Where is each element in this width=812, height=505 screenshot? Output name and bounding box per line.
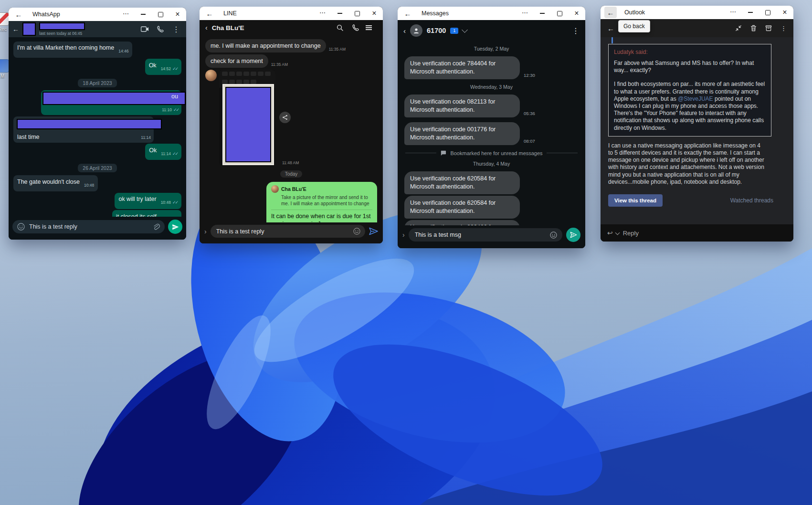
message-input[interactable] — [215, 228, 349, 235]
back-icon[interactable]: ← — [12, 25, 19, 33]
message-time: 12:30 — [524, 73, 535, 78]
date-pill: 18 April 2023 — [78, 79, 116, 87]
message-row: Use verification code 620584 for Microso… — [404, 171, 579, 194]
expand-chevron-icon[interactable]: › — [402, 231, 405, 239]
back-icon[interactable]: ← — [203, 8, 216, 19]
date-separator: Wednesday, 3 May — [398, 84, 585, 90]
send-icon[interactable] — [369, 227, 378, 235]
desktop: Rec M ← WhatsApp ⋯ × ← last seen today a… — [0, 0, 812, 505]
incoming-message: last time11:14 — [13, 116, 154, 143]
quote-paragraph: I find both ecosystems on par... its mor… — [614, 81, 766, 131]
message-text: It can be done when car is due for 1st s… — [271, 212, 372, 222]
menu-icon[interactable] — [366, 25, 377, 30]
kebab-menu-icon[interactable]: ⋮ — [780, 25, 787, 32]
minimize-button[interactable] — [742, 6, 759, 19]
maximize-button[interactable] — [152, 8, 169, 21]
incoming-message: Use verification code 620584 for Microso… — [404, 171, 520, 194]
message-text: ou — [171, 93, 178, 100]
redacted-avatar[interactable] — [22, 22, 36, 36]
outgoing-reply-message: Cha BLu'ETake a picture of the mirror an… — [266, 182, 377, 222]
message-input[interactable] — [414, 231, 546, 239]
chevron-down-icon[interactable] — [615, 230, 620, 235]
send-button[interactable] — [168, 220, 182, 234]
message-row: ou11:10✓✓ — [13, 90, 181, 115]
incoming-message: Use verification code 899466 for Microso… — [404, 220, 520, 225]
share-button[interactable] — [279, 112, 291, 123]
window-menu-button[interactable]: ⋯ — [117, 8, 135, 20]
watched-threads-link[interactable]: Watched threads — [730, 197, 773, 204]
message-input-field[interactable] — [409, 228, 562, 242]
reply-body-text: I can use a native messaging application… — [608, 142, 766, 186]
message-row: Use verification code 620584 for Microso… — [404, 196, 579, 219]
window-menu-button[interactable]: ⋯ — [517, 7, 534, 19]
reply-bar[interactable]: ↩ Reply — [601, 224, 793, 242]
voice-call-icon[interactable] — [154, 26, 167, 32]
back-icon[interactable]: ‹ — [205, 24, 208, 32]
kebab-menu-icon[interactable]: ⋮ — [170, 25, 182, 34]
close-button[interactable]: × — [169, 8, 186, 21]
back-icon[interactable]: ‹ — [403, 27, 406, 35]
minimize-button[interactable] — [534, 7, 551, 20]
user-mention-link[interactable]: @SteveJUAE — [678, 95, 713, 102]
emoji-icon[interactable] — [353, 228, 360, 235]
messages-chat-header: ‹ 61700 1 ⋮ — [398, 20, 585, 41]
message-input-field[interactable] — [12, 220, 165, 233]
window-menu-button[interactable]: ⋯ — [314, 7, 331, 19]
redacted-text — [42, 92, 186, 105]
message-input[interactable] — [28, 223, 149, 231]
person-icon[interactable] — [410, 24, 422, 37]
back-icon[interactable]: ← — [607, 24, 614, 32]
search-icon[interactable] — [334, 24, 346, 31]
message-row: Use verification code 899466 for Microso… — [404, 220, 579, 225]
send-button[interactable] — [566, 228, 580, 242]
contact-name: Cha BLu'E — [212, 24, 330, 32]
chevron-down-icon[interactable] — [462, 27, 468, 33]
quoted-message: Ludatyk said: Far above what Samsung and… — [608, 44, 771, 137]
outgoing-message: it closed its self10:53✓✓ — [112, 210, 181, 217]
minimize-button[interactable] — [135, 8, 152, 21]
archive-icon[interactable] — [765, 25, 772, 32]
outlook-message-body: Ludatyk said: Far above what Samsung and… — [601, 37, 793, 224]
back-icon[interactable]: ← — [401, 8, 414, 19]
bookmark-separator: Bookmarked here for unread messages — [405, 150, 578, 156]
quote-author: Ludatyk said: — [614, 49, 766, 55]
maximize-button[interactable] — [551, 7, 568, 20]
emoji-icon[interactable] — [550, 231, 557, 239]
maximize-button[interactable] — [348, 7, 366, 20]
video-call-icon[interactable] — [138, 26, 151, 32]
incoming-message: Use verification code 784404 for Microso… — [404, 56, 520, 79]
close-button[interactable]: × — [568, 7, 585, 20]
close-button[interactable]: × — [776, 6, 793, 19]
maximize-button[interactable] — [759, 6, 776, 19]
message-text: Ok — [149, 62, 157, 69]
whatsapp-chat-header: ← last seen today at 06:45 ⋮ — [9, 21, 186, 37]
emoji-icon[interactable] — [17, 223, 25, 231]
read-ticks-icon: ✓✓ — [172, 200, 178, 205]
photo-message[interactable] — [219, 70, 275, 166]
window-title: Outlook — [624, 9, 645, 16]
message-row: ok will try later10:48✓✓ — [13, 193, 181, 209]
voice-call-icon[interactable] — [350, 24, 361, 31]
date-separator: 18 April 2023 — [9, 79, 186, 87]
key-detail — [236, 72, 242, 76]
view-thread-button[interactable]: View this thread — [608, 194, 663, 207]
back-icon[interactable]: ← — [12, 9, 25, 20]
message-input-field[interactable] — [211, 225, 365, 238]
whatsapp-composer — [9, 217, 186, 240]
expand-chevron-icon[interactable]: › — [204, 228, 207, 235]
back-icon[interactable]: ← — [604, 7, 617, 18]
redacted-contact-name — [39, 22, 85, 30]
collapse-icon[interactable] — [735, 25, 742, 32]
message-text: ok will try later — [118, 196, 156, 202]
minimize-button[interactable] — [331, 7, 348, 20]
line-window: ← LINE ⋯ × ‹ Cha BLu'E me. I will make a… — [200, 7, 383, 243]
redacted-text — [17, 119, 162, 129]
kebab-menu-icon[interactable]: ⋮ — [572, 26, 580, 35]
window-title: LINE — [223, 10, 237, 17]
delete-icon[interactable] — [750, 25, 757, 32]
quote-divider — [271, 210, 372, 210]
close-button[interactable]: × — [366, 7, 383, 20]
attach-icon[interactable] — [153, 223, 160, 231]
message-row: me. I will make an appointment to change… — [205, 39, 377, 53]
window-menu-button[interactable]: ⋯ — [725, 6, 742, 18]
